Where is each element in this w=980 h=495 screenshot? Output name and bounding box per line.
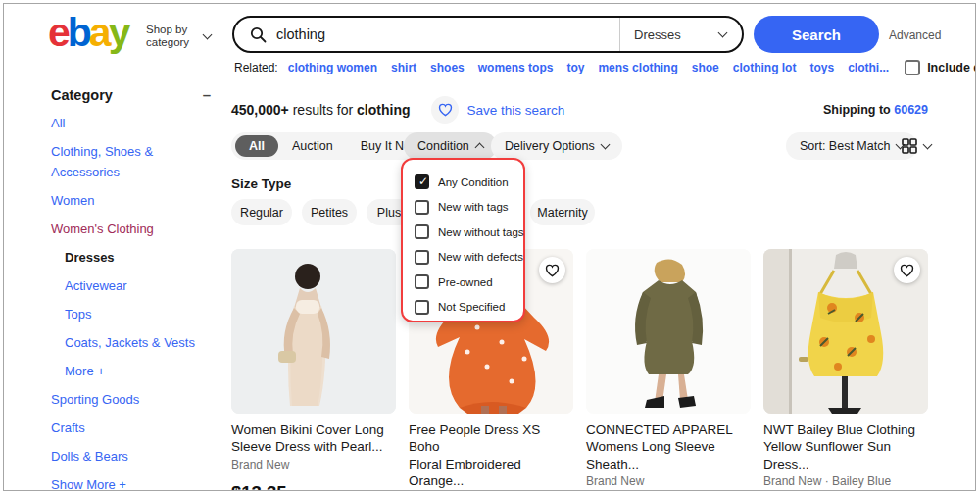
- filter-sidebar: Category – All Clothing, Shoes & Accesso…: [51, 86, 213, 491]
- product-card[interactable]: NWT Bailey Blue Clothing Yellow Sunflowe…: [763, 249, 928, 491]
- save-search-label: Save this search: [466, 103, 564, 118]
- size-type-maternity[interactable]: Maternity: [530, 199, 595, 225]
- watchlist-heart-button[interactable]: [539, 257, 565, 283]
- tab-all[interactable]: All: [235, 135, 278, 157]
- related-link[interactable]: toy: [566, 61, 584, 74]
- collapse-category-icon[interactable]: –: [201, 86, 213, 103]
- product-image: [231, 249, 396, 414]
- related-link[interactable]: clothing lot: [733, 61, 797, 74]
- product-price: $13.35: [231, 482, 287, 491]
- product-condition: Brand New · Bailey Blue: [763, 474, 928, 488]
- condition-option-not-specified[interactable]: Not Specified: [415, 295, 523, 321]
- related-link[interactable]: clothi...: [848, 61, 889, 74]
- related-link[interactable]: mens clothing: [598, 61, 677, 74]
- search-button[interactable]: Search: [754, 16, 879, 53]
- sort-label: Sort: Best Match: [800, 139, 890, 153]
- size-type-title: Size Type: [231, 176, 291, 191]
- filter-row: All Auction Buy It Now Condition Deliver…: [231, 132, 928, 160]
- condition-dropdown: Any Condition New with tags New without …: [401, 158, 525, 322]
- product-title[interactable]: NWT Bailey Blue Clothing Yellow Sunflowe…: [763, 421, 928, 472]
- logo-letter: a: [89, 10, 109, 55]
- condition-filter-label: Condition: [417, 139, 469, 153]
- include-description-label: Include description: [927, 61, 976, 74]
- condition-option-new-with-tags[interactable]: New with tags: [415, 195, 523, 221]
- sidebar-item-sporting-goods[interactable]: Sporting Goods: [51, 390, 213, 411]
- sidebar-item-show-more[interactable]: Show More +: [51, 475, 213, 491]
- product-photo-olive-dress: [586, 249, 751, 414]
- related-link[interactable]: shoes: [430, 61, 465, 74]
- heart-icon: [545, 264, 560, 277]
- watchlist-heart-button[interactable]: [894, 257, 920, 283]
- chevron-up-icon: [474, 143, 484, 153]
- sidebar-item-tops[interactable]: Tops: [51, 305, 213, 325]
- product-title[interactable]: CONNECTED APPAREL Womens Long Sleeve She…: [586, 421, 751, 472]
- save-this-search[interactable]: Save this search: [431, 96, 564, 124]
- condition-option-label: Any Condition: [438, 176, 509, 188]
- product-title[interactable]: Free People Dress XS Boho Floral Embroid…: [409, 421, 573, 489]
- grid-view-icon: [902, 138, 917, 154]
- size-type-regular[interactable]: Regular: [231, 199, 292, 225]
- related-link[interactable]: toys: [809, 61, 834, 74]
- sidebar-item-dresses[interactable]: Dresses: [51, 248, 213, 269]
- sidebar-item-womens-clothing[interactable]: Women's Clothing: [51, 220, 213, 240]
- condition-option-new-with-defects[interactable]: New with defects: [415, 245, 523, 271]
- logo-letter: b: [68, 10, 89, 55]
- tab-auction[interactable]: Auction: [278, 139, 347, 153]
- condition-option-label: New with tags: [438, 201, 509, 213]
- sidebar-item-crafts[interactable]: Crafts: [51, 419, 213, 439]
- page: ebay Shop by category Dresses Search Adv…: [3, 3, 976, 491]
- related-link[interactable]: shirt: [391, 61, 416, 74]
- price-row: $13.35: [231, 482, 396, 491]
- search-input[interactable]: [276, 26, 619, 42]
- related-label: Related:: [234, 61, 278, 74]
- checkbox-icon[interactable]: [415, 274, 429, 289]
- delivery-options-filter-button[interactable]: Delivery Options: [491, 132, 622, 160]
- related-link[interactable]: shoe: [692, 61, 719, 74]
- search-icon: [250, 26, 267, 43]
- include-description-checkbox[interactable]: [905, 60, 920, 75]
- size-type-petites[interactable]: Petites: [302, 199, 357, 225]
- sidebar-item-more[interactable]: More +: [51, 362, 213, 382]
- related-link[interactable]: clothing women: [288, 61, 377, 74]
- product-title[interactable]: Women Bikini Cover Long Sleeve Dress wit…: [231, 421, 396, 456]
- sidebar-item-women[interactable]: Women: [51, 191, 213, 212]
- condition-option-pre-owned[interactable]: Pre-owned: [415, 270, 523, 295]
- view-options-button[interactable]: [896, 132, 937, 160]
- related-searches: Related: clothing women shirt shoes wome…: [234, 60, 969, 75]
- heart-icon: [431, 96, 459, 124]
- checkbox-icon[interactable]: [415, 300, 429, 315]
- product-card[interactable]: CONNECTED APPAREL Womens Long Sleeve She…: [586, 249, 751, 491]
- sidebar-item-dolls-bears[interactable]: Dolls & Bears: [51, 447, 213, 468]
- results-bar: 450,000+ results for clothing Save this …: [231, 96, 928, 124]
- checkbox-icon[interactable]: [415, 224, 429, 239]
- category-section-header: Category –: [51, 86, 213, 103]
- sidebar-item-clothing-shoes-accessories[interactable]: Clothing, Shoes & Accessories: [51, 142, 213, 182]
- checkbox-icon[interactable]: [415, 200, 429, 215]
- search-category-select[interactable]: Dresses: [619, 18, 742, 51]
- shop-by-category-menu[interactable]: Shop by category: [146, 24, 211, 49]
- advanced-search-link[interactable]: Advanced: [889, 28, 941, 42]
- product-condition: Brand New: [231, 458, 396, 471]
- product-image: [586, 249, 751, 414]
- heart-icon: [900, 264, 914, 277]
- delivery-options-label: Delivery Options: [505, 139, 595, 153]
- shop-by-category-label: Shop by category: [146, 24, 189, 49]
- ebay-logo[interactable]: ebay: [48, 10, 127, 56]
- related-link[interactable]: womens tops: [478, 61, 554, 74]
- sidebar-item-all[interactable]: All: [51, 114, 213, 134]
- sidebar-item-activewear[interactable]: Activewear: [51, 276, 213, 297]
- checkbox-icon[interactable]: [415, 250, 429, 265]
- chevron-down-icon: [203, 29, 213, 39]
- condition-option-any[interactable]: Any Condition: [415, 170, 523, 195]
- product-card[interactable]: Women Bikini Cover Long Sleeve Dress wit…: [231, 249, 396, 491]
- zip-code-link[interactable]: 60629: [894, 103, 928, 117]
- search-category-value: Dresses: [634, 27, 681, 42]
- checkbox-icon[interactable]: [415, 174, 429, 189]
- logo-letter: y: [109, 10, 128, 55]
- condition-option-new-without-tags[interactable]: New without tags: [415, 220, 523, 245]
- condition-filter-button[interactable]: Condition: [404, 132, 497, 160]
- condition-option-label: Not Specified: [438, 301, 505, 313]
- sidebar-item-coats-jackets-vests[interactable]: Coats, Jackets & Vests: [51, 333, 213, 354]
- include-description: Include description: [905, 60, 976, 75]
- search-bar: Dresses: [232, 16, 744, 53]
